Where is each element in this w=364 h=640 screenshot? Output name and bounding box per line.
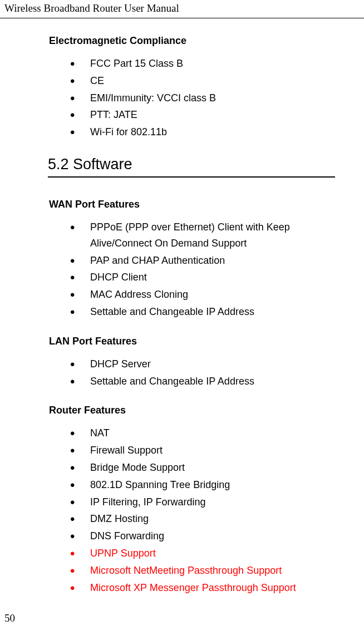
list-item: PTT: JATE [49, 107, 335, 123]
list-item: NAT [49, 425, 335, 441]
list-item: Wi-Fi for 802.11b [49, 124, 335, 140]
software-heading: 5.2 Software [48, 156, 335, 178]
list-item: PPPoE (PPP over Ethernet) Client with Ke… [49, 219, 335, 252]
wan-heading: WAN Port Features [49, 199, 335, 210]
wan-list: PPPoE (PPP over Ethernet) Client with Ke… [49, 219, 335, 320]
lan-list: DHCP Server Settable and Changeable IP A… [49, 356, 335, 390]
emc-list: FCC Part 15 Class B CE EMI/Immunity: VCC… [49, 56, 335, 140]
list-item: FCC Part 15 Class B [49, 56, 335, 72]
list-item: MAC Address Cloning [49, 287, 335, 303]
document-header: Wireless Broadband Router User Manual [0, 0, 364, 18]
list-item: PAP and CHAP Authentication [49, 253, 335, 269]
list-item: Settable and Changeable IP Address [49, 304, 335, 320]
page-number: 50 [4, 612, 15, 624]
list-item-highlighted: UPNP Support [49, 545, 335, 562]
list-item: IP Filtering, IP Forwarding [49, 494, 335, 510]
list-item: Bridge Mode Support [49, 460, 335, 476]
list-item: EMI/Immunity: VCCI class B [49, 90, 335, 106]
list-item: DNS Forwarding [49, 528, 335, 544]
list-item: Settable and Changeable IP Address [49, 373, 335, 390]
list-item: DHCP Server [49, 356, 335, 372]
router-heading: Router Features [49, 405, 335, 416]
page-content: Electromagnetic Compliance FCC Part 15 C… [0, 18, 364, 595]
list-item: DHCP Client [49, 269, 335, 285]
router-list: NAT Firewall Support Bridge Mode Support… [49, 425, 335, 595]
list-item: 802.1D Spanning Tree Bridging [49, 477, 335, 493]
list-item-highlighted: Microsoft NetMeeting Passthrough Support [49, 563, 335, 579]
list-item: Firewall Support [49, 442, 335, 459]
lan-heading: LAN Port Features [49, 336, 335, 347]
emc-heading: Electromagnetic Compliance [49, 35, 335, 47]
list-item-highlighted: Microsoft XP Messenger Passthrough Suppo… [49, 580, 335, 596]
list-item: DMZ Hosting [49, 511, 335, 527]
document-title: Wireless Broadband Router User Manual [4, 2, 179, 14]
list-item: CE [49, 73, 335, 89]
